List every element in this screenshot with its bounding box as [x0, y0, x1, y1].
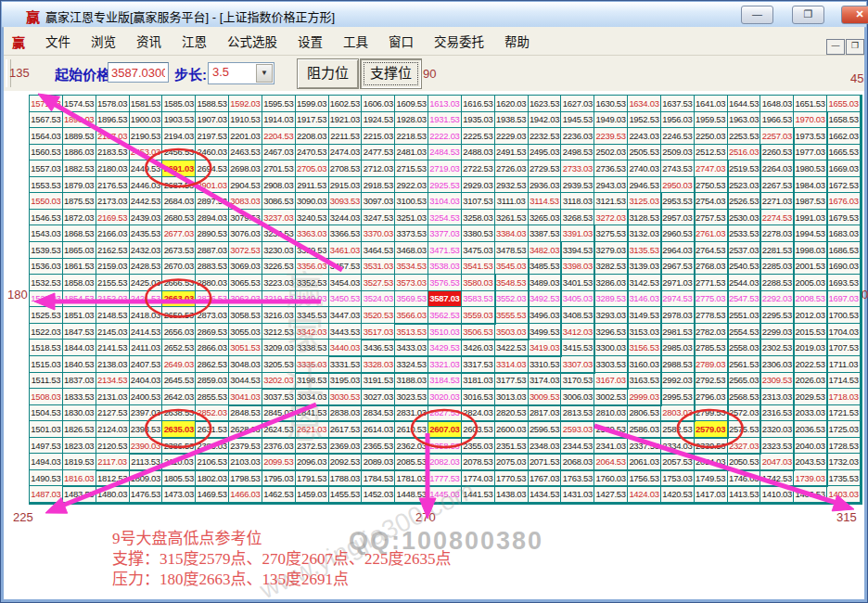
- grid-cell: 2029.53: [794, 389, 827, 405]
- grid-cell: 2323.53: [760, 438, 794, 455]
- grid-cell: 1735.53: [827, 470, 861, 487]
- grid-cell: 3370.03: [362, 225, 395, 242]
- start-price-input[interactable]: [108, 62, 169, 83]
- grid-cell: 1406.53: [794, 486, 827, 503]
- grid-cell: 3272.03: [594, 210, 628, 226]
- grid-cell: 2393.53: [130, 421, 163, 438]
- grid-cell: 1697.03: [827, 291, 861, 308]
- grid-cell: 2887.03: [196, 242, 229, 259]
- grid-cell: 1532.53: [30, 275, 63, 291]
- grid-cell: 1658.53: [827, 112, 861, 129]
- grid-cell: 3366.53: [329, 225, 363, 242]
- menu-item-6[interactable]: 工具: [333, 28, 378, 54]
- mdi-restore-button[interactable]: ❐: [846, 39, 864, 55]
- grid-cell: 1889.53: [63, 128, 96, 145]
- step-value: 3.5: [212, 65, 229, 79]
- grid-cell: 2526.53: [728, 193, 761, 210]
- menu-item-3[interactable]: 江恩: [172, 28, 217, 54]
- grid-cell: 2915.03: [329, 177, 363, 194]
- grid-cell: 2103.03: [229, 454, 262, 470]
- grid-cell: 1914.03: [262, 112, 296, 129]
- grid-cell: 3282.53: [594, 259, 628, 276]
- grid-cell: 3013.03: [495, 389, 529, 405]
- menu-item-2[interactable]: 资讯: [126, 28, 172, 54]
- degree-label-90: 90: [423, 67, 436, 81]
- support-button[interactable]: 支撑位: [360, 58, 422, 89]
- grid-cell: 2341.03: [594, 438, 628, 455]
- grid-cell: 3450.53: [329, 291, 363, 308]
- menu-item-0[interactable]: 文件: [35, 28, 81, 54]
- grid-cell: 2631.53: [196, 421, 229, 438]
- grid-cell: 2820.53: [495, 405, 529, 422]
- grid-cell: 3433.03: [395, 340, 428, 356]
- grid-cell: 1837.03: [63, 373, 96, 390]
- grid-cell: 2285.03: [760, 259, 794, 276]
- grid-cell: 2754.03: [695, 193, 728, 210]
- grid-cell: 2600.03: [495, 421, 529, 438]
- grid-cell: 2015.53: [794, 324, 827, 340]
- menu-item-9[interactable]: 帮助: [494, 28, 540, 54]
- grid-cell: 3163.53: [628, 373, 661, 390]
- degree-label-225: 225: [13, 510, 33, 524]
- mdi-minimize-button[interactable]: —: [826, 39, 845, 55]
- step-combobox[interactable]: 3.5 ▼: [208, 62, 274, 84]
- grid-cell: 2211.53: [329, 128, 363, 145]
- close-button[interactable]: ✕: [841, 6, 868, 24]
- grid-cell: 2320.03: [760, 421, 794, 438]
- grid-cell: 2733.03: [561, 160, 594, 177]
- grid-cell: 3097.03: [362, 193, 395, 210]
- menu-item-4[interactable]: 公式选股: [217, 28, 287, 54]
- grid-cell: 3541.53: [462, 259, 495, 276]
- grid-cell: 3513.53: [395, 324, 428, 340]
- grid-cell: 1455.53: [329, 486, 363, 503]
- grid-cell: 3170.53: [561, 373, 594, 390]
- grid-cell: 3429.53: [428, 340, 462, 356]
- grid-cell: 2666.53: [162, 275, 196, 291]
- menu-item-7[interactable]: 窗口: [378, 28, 424, 54]
- grid-cell: 3209.03: [262, 340, 296, 356]
- grid-cell: 2712.03: [362, 160, 395, 177]
- grid-cell: 1938.53: [495, 112, 529, 129]
- grid-cell: 3030.53: [329, 389, 363, 405]
- menu-item-5[interactable]: 设置: [287, 28, 333, 54]
- grid-cell: 3520.53: [362, 307, 395, 324]
- maximize-button[interactable]: ❐: [792, 6, 824, 24]
- grid-cell: 3135.53: [628, 242, 661, 259]
- grid-cell: 3331.53: [329, 356, 363, 373]
- resistance-button[interactable]: 阻力位: [297, 58, 359, 89]
- grid-cell: 2880.03: [196, 275, 229, 291]
- grid-cell: 2229.03: [495, 128, 529, 145]
- grid-cell: 2145.03: [96, 324, 130, 340]
- grid-cell: 2572.03: [728, 405, 761, 422]
- grid-cell: 1644.53: [728, 96, 761, 112]
- footer-resistance-levels: 压力：180度2663点、135度2691点: [112, 566, 349, 589]
- grid-cell: 2470.53: [296, 145, 329, 161]
- grid-cell: 2337.53: [628, 438, 661, 455]
- grid-cell: 2001.53: [794, 259, 827, 276]
- grid-cell: 1868.53: [63, 225, 96, 242]
- grid-cell: 3100.53: [395, 193, 428, 210]
- grid-cell: 3300.03: [594, 340, 628, 356]
- menu-item-1[interactable]: 浏览: [81, 28, 126, 54]
- grid-cell: 2110.03: [162, 454, 196, 470]
- grid-cell: 2120.53: [96, 438, 130, 455]
- grid-cell: 2761.03: [695, 225, 728, 242]
- grid-cell: 2243.03: [628, 128, 661, 145]
- grid-cell: 1511.53: [30, 373, 63, 390]
- grid-cell: 2943.03: [594, 177, 628, 194]
- grid-cell: 1777.53: [428, 470, 462, 487]
- grid-cell: 3324.53: [395, 356, 428, 373]
- grid-cell: 1725.03: [827, 421, 861, 438]
- grid-cell: 2260.53: [760, 145, 794, 161]
- grid-cell: 1959.53: [695, 112, 728, 129]
- grid-cell: 2796.03: [695, 389, 728, 405]
- grid-cell: 2698.03: [229, 160, 262, 177]
- chevron-down-icon[interactable]: ▼: [256, 64, 273, 83]
- grid-cell: 2883.53: [196, 259, 229, 276]
- grid-cell: 2946.53: [628, 177, 661, 194]
- menu-item-8[interactable]: 交易委托: [424, 28, 494, 54]
- grid-cell: 2967.53: [661, 259, 695, 276]
- grid-cell: 1949.03: [594, 112, 628, 129]
- grid-cell: 2824.03: [462, 405, 495, 422]
- minimize-button[interactable]: —: [741, 6, 773, 24]
